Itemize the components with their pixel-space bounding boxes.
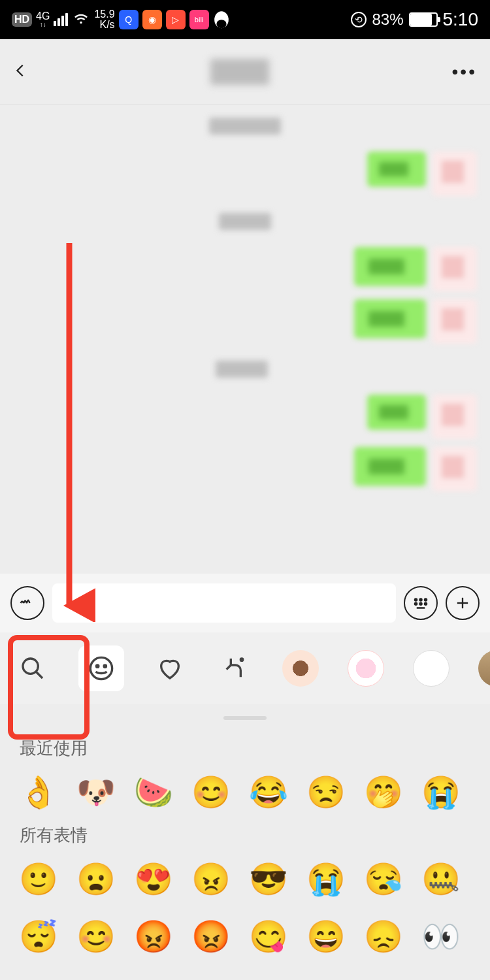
avatar-censored[interactable]	[433, 299, 477, 344]
clock: 5:10	[443, 9, 479, 30]
all-emoji-grid: 🙂 😦 😍 😠 😎 😭 😪 🤐 😴 😊 😡 😡 😋 😄 😞 👀	[20, 860, 470, 955]
avatar-censored[interactable]	[433, 395, 477, 439]
emoji[interactable]: 😠	[192, 860, 230, 898]
chat-title-censored	[210, 59, 269, 85]
svg-point-6	[420, 603, 422, 605]
wifi-icon	[72, 8, 90, 31]
emoji[interactable]: 😭	[307, 860, 345, 898]
app-icon-2: ◉	[142, 10, 162, 29]
message-row	[0, 443, 490, 495]
voice-input-button[interactable]	[10, 586, 44, 620]
emoji[interactable]: 😄	[307, 917, 345, 955]
emoji[interactable]: 😍	[135, 860, 172, 898]
emoji-joy[interactable]: 😂	[250, 773, 287, 811]
recent-emoji-grid: 👌 🐶 🍉 😊 😂 😒 🤭 😭	[20, 773, 470, 811]
attach-button[interactable]	[446, 586, 480, 620]
timestamp-censored	[209, 118, 281, 135]
emoji-doge[interactable]: 🐶	[77, 773, 115, 811]
svg-point-3	[420, 599, 422, 601]
message-row	[0, 295, 490, 348]
message-row	[0, 391, 490, 443]
svg-point-5	[415, 603, 417, 605]
app-icon-5	[213, 10, 230, 29]
section-all-title: 所有表情	[20, 824, 470, 847]
chat-scroll-area[interactable]	[0, 105, 490, 574]
emoji-custom-tab[interactable]	[216, 649, 255, 688]
sticker-pack-3-tab[interactable]	[412, 649, 451, 688]
chat-header: •••	[0, 39, 490, 105]
svg-point-4	[425, 599, 427, 601]
avatar-censored[interactable]	[433, 152, 477, 196]
emoji-default-tab[interactable]	[78, 645, 124, 691]
emoji[interactable]: 😊	[77, 917, 115, 955]
svg-line-12	[36, 672, 42, 678]
message-bubble-censored[interactable]	[354, 447, 426, 486]
message-row	[0, 243, 490, 295]
hd-badge: HD	[12, 12, 32, 27]
emoji[interactable]: 😴	[20, 917, 57, 955]
sticker-pack-2-tab[interactable]	[346, 649, 385, 688]
app-icon-4: bili	[189, 10, 209, 29]
avatar-censored[interactable]	[433, 247, 477, 291]
emoji-unamused[interactable]: 😒	[307, 773, 345, 811]
emoji-search-tab[interactable]	[13, 649, 52, 688]
app-icon-3: ▷	[166, 10, 186, 29]
emoji[interactable]: 😦	[77, 860, 115, 898]
svg-point-7	[425, 603, 427, 605]
rotation-lock-icon: ⟲	[351, 12, 367, 27]
app-icon-1: Q	[119, 10, 139, 29]
emoji[interactable]: 😎	[250, 860, 287, 898]
svg-point-1	[216, 20, 226, 28]
network-indicator: 4G ↑↓	[36, 11, 50, 28]
sticker-pack-1-tab[interactable]	[281, 649, 320, 688]
emoji[interactable]: 🤐	[422, 860, 460, 898]
emoji[interactable]: 👀	[422, 917, 460, 955]
message-row	[0, 148, 490, 200]
message-bubble-censored[interactable]	[367, 152, 426, 187]
svg-point-14	[97, 665, 99, 667]
section-recent-title: 最近使用	[20, 737, 470, 760]
svg-point-13	[90, 657, 112, 679]
emoji-smirk[interactable]: 🤭	[365, 773, 402, 811]
emoji-cry[interactable]: 😭	[422, 773, 460, 811]
status-right: ⟲ 83% 5:10	[351, 9, 478, 30]
network-label: 4G	[36, 11, 50, 22]
keyboard-toggle-button[interactable]	[404, 586, 438, 620]
speed-indicator: 15.9 K/s	[94, 9, 114, 30]
more-button[interactable]: •••	[452, 61, 477, 82]
emoji[interactable]: 😞	[365, 917, 402, 955]
emoji-smile[interactable]: 😊	[192, 773, 230, 811]
message-bubble-censored[interactable]	[354, 247, 426, 286]
svg-point-11	[23, 659, 38, 674]
input-bar	[0, 574, 490, 632]
svg-point-16	[240, 659, 242, 661]
battery-icon	[409, 12, 438, 27]
timestamp-censored	[216, 361, 268, 378]
message-input[interactable]	[52, 583, 396, 623]
status-bar: HD 4G ↑↓ 15.9 K/s Q ◉ ▷ bili ⟲ 83% 5:10	[0, 0, 490, 39]
message-bubble-censored[interactable]	[354, 299, 426, 338]
avatar-censored[interactable]	[433, 447, 477, 491]
status-left: HD 4G ↑↓ 15.9 K/s Q ◉ ▷ bili	[12, 8, 230, 31]
emoji[interactable]: 🙂	[20, 860, 57, 898]
emoji[interactable]: 😋	[250, 917, 287, 955]
emoji-favorites-tab[interactable]	[150, 649, 189, 688]
timestamp-censored	[219, 213, 271, 230]
emoji-watermelon[interactable]: 🍉	[135, 773, 172, 811]
signal-icon	[54, 13, 68, 26]
back-button[interactable]	[13, 59, 27, 84]
emoji[interactable]: 😡	[192, 917, 230, 955]
emoji[interactable]: 😪	[365, 860, 402, 898]
sticker-pack-4-tab[interactable]	[477, 649, 490, 688]
message-bubble-censored[interactable]	[367, 395, 426, 430]
svg-point-15	[104, 665, 106, 667]
battery-percent: 83%	[372, 10, 403, 29]
emoji-category-tabs	[0, 632, 490, 704]
panel-handle[interactable]	[223, 716, 267, 720]
emoji-panel[interactable]: 最近使用 👌 🐶 🍉 😊 😂 😒 🤭 😭 所有表情 🙂 😦 😍 😠 😎 😭 😪 …	[0, 704, 490, 980]
emoji-ok[interactable]: 👌	[20, 773, 57, 811]
emoji[interactable]: 😡	[135, 917, 172, 955]
svg-point-2	[415, 599, 417, 601]
